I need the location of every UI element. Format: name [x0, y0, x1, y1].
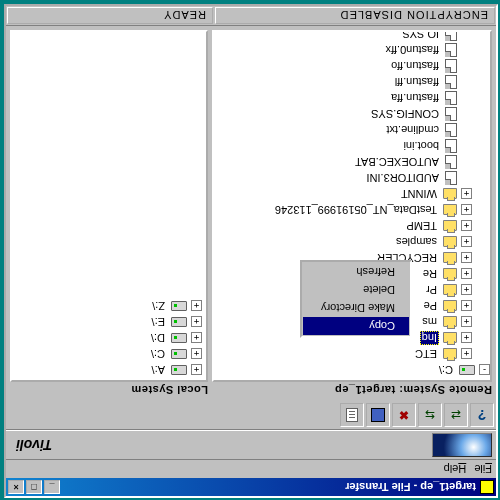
- local-panel: Local System +A:\+C:\+D:\+E:\+Z:\: [10, 30, 208, 398]
- remote-tree[interactable]: -C:\+ETC+Inq+ms+Pe+Pr+Re+RECYCLER+sample…: [212, 30, 492, 382]
- brand-logo: [432, 433, 492, 457]
- drive-icon: [171, 333, 187, 343]
- tree-label[interactable]: C:\: [437, 364, 455, 376]
- local-tree[interactable]: +A:\+C:\+D:\+E:\+Z:\: [10, 30, 208, 382]
- remote-panel-title: Remote System: target1_ep: [212, 382, 492, 398]
- tree-label[interactable]: ETC: [413, 348, 439, 360]
- folder-icon: [443, 285, 457, 296]
- tree-row[interactable]: CONFIG.SYS: [214, 106, 490, 122]
- menubar: File Help: [6, 460, 496, 478]
- tree-row[interactable]: ffastun.ffl: [214, 74, 490, 90]
- status-bar: ENCRYPTION DISABLED READY: [6, 6, 496, 26]
- expander-icon[interactable]: +: [461, 237, 472, 248]
- context-menu-item[interactable]: Copy: [303, 317, 409, 335]
- file-icon: [445, 91, 457, 105]
- tree-label[interactable]: ms: [420, 316, 439, 328]
- tree-label[interactable]: cmdline.txt: [384, 124, 441, 136]
- tree-row[interactable]: +samples: [214, 234, 490, 250]
- tree-label[interactable]: Inq: [420, 331, 439, 345]
- context-menu-item[interactable]: Make Directory: [303, 299, 409, 317]
- expander-icon[interactable]: +: [461, 285, 472, 296]
- tree-row[interactable]: ffastun0.ffx: [214, 42, 490, 58]
- expander-icon[interactable]: +: [461, 253, 472, 264]
- tree-label[interactable]: Pr: [424, 284, 439, 296]
- menu-file[interactable]: File: [474, 463, 492, 475]
- maximize-button[interactable]: □: [26, 480, 42, 494]
- tree-label[interactable]: ffastun.ffa: [389, 92, 441, 104]
- tree-row[interactable]: +TestData_NT_05191999_113246: [214, 202, 490, 218]
- tree-label[interactable]: CONFIG.SYS: [369, 108, 441, 120]
- tree-label[interactable]: AUTOEXEC.BAT: [353, 156, 441, 168]
- drive-icon: [171, 317, 187, 327]
- file-icon: [445, 59, 457, 73]
- expander-icon[interactable]: +: [461, 189, 472, 200]
- titlebar[interactable]: target1_ep - File Transfer _ □ ×: [6, 478, 496, 496]
- transfer-right-icon[interactable]: ⇄: [444, 404, 468, 428]
- tree-row[interactable]: IO.SYS: [214, 30, 490, 42]
- tree-label[interactable]: Z:\: [150, 300, 167, 312]
- tree-label[interactable]: boot.ini: [402, 140, 441, 152]
- expander-icon[interactable]: +: [461, 301, 472, 312]
- tree-row[interactable]: +ETC: [214, 346, 490, 362]
- tree-row[interactable]: +Z:\: [12, 298, 206, 314]
- expander-icon[interactable]: +: [191, 333, 202, 344]
- tree-label[interactable]: D:\: [149, 332, 167, 344]
- tree-label[interactable]: Pe: [422, 300, 439, 312]
- minimize-button[interactable]: _: [44, 480, 60, 494]
- close-button[interactable]: ×: [8, 480, 24, 494]
- folder-icon: [443, 317, 457, 328]
- expander-icon[interactable]: +: [461, 221, 472, 232]
- tree-label[interactable]: Re: [421, 268, 439, 280]
- tree-label[interactable]: ffastun.ffo: [389, 60, 441, 72]
- tree-label[interactable]: WINNT: [399, 188, 439, 200]
- tree-row[interactable]: AUTOEXEC.BAT: [214, 154, 490, 170]
- tree-label[interactable]: C:\: [149, 348, 167, 360]
- transfer-left-icon[interactable]: ⇆: [418, 404, 442, 428]
- tree-row[interactable]: +WINNT: [214, 186, 490, 202]
- menu-help[interactable]: Help: [444, 463, 467, 475]
- tree-label[interactable]: A:\: [150, 364, 167, 376]
- expander-icon[interactable]: +: [191, 365, 202, 376]
- delete-icon[interactable]: ✖: [392, 404, 416, 428]
- tree-row[interactable]: +C:\: [12, 346, 206, 362]
- expander-icon[interactable]: +: [191, 317, 202, 328]
- brand-text: Tivoli: [16, 437, 52, 453]
- help-icon[interactable]: ?: [470, 404, 494, 428]
- expander-icon[interactable]: +: [461, 205, 472, 216]
- save-icon[interactable]: [366, 404, 390, 428]
- expander-icon[interactable]: +: [461, 317, 472, 328]
- tree-row[interactable]: +A:\: [12, 362, 206, 378]
- context-menu-item[interactable]: Delete: [303, 281, 409, 299]
- context-menu[interactable]: CopyMake DirectoryDeleteRefresh: [300, 260, 412, 338]
- tree-row[interactable]: -C:\: [214, 362, 490, 378]
- file-icon: [445, 30, 457, 41]
- tree-row[interactable]: boot.ini: [214, 138, 490, 154]
- tree-row[interactable]: cmdline.txt: [214, 122, 490, 138]
- expander-icon[interactable]: +: [461, 333, 472, 344]
- tree-label[interactable]: E:\: [150, 316, 167, 328]
- local-panel-title: Local System: [10, 382, 208, 398]
- expander-icon[interactable]: -: [479, 365, 490, 376]
- tree-label[interactable]: AUDITOR3.INI: [364, 172, 441, 184]
- tree-label[interactable]: ffastun0.ffx: [384, 44, 441, 56]
- tree-label[interactable]: TEMP: [404, 220, 439, 232]
- tree-label[interactable]: TestData_NT_05191999_113246: [273, 204, 439, 216]
- tree-label[interactable]: ffastun.ffl: [393, 76, 441, 88]
- expander-icon[interactable]: +: [191, 349, 202, 360]
- tree-row[interactable]: +D:\: [12, 330, 206, 346]
- file-icon: [445, 123, 457, 137]
- expander-icon[interactable]: +: [461, 349, 472, 360]
- tree-row[interactable]: ffastun.ffo: [214, 58, 490, 74]
- tree-row[interactable]: +E:\: [12, 314, 206, 330]
- expander-icon[interactable]: +: [461, 269, 472, 280]
- context-menu-item[interactable]: Refresh: [303, 263, 409, 281]
- drive-icon: [171, 301, 187, 311]
- app-window: target1_ep - File Transfer _ □ × File He…: [4, 4, 498, 498]
- tree-row[interactable]: +TEMP: [214, 218, 490, 234]
- tree-label[interactable]: IO.SYS: [400, 30, 441, 40]
- expander-icon[interactable]: +: [191, 301, 202, 312]
- tree-label[interactable]: samples: [394, 236, 439, 248]
- list-icon[interactable]: [340, 404, 364, 428]
- tree-row[interactable]: AUDITOR3.INI: [214, 170, 490, 186]
- tree-row[interactable]: ffastun.ffa: [214, 90, 490, 106]
